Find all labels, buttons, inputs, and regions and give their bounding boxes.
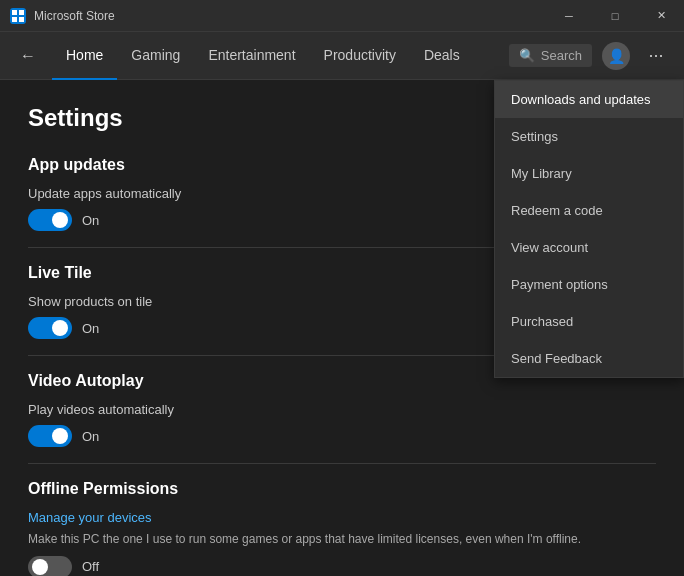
search-box[interactable]: 🔍 Search bbox=[509, 44, 592, 67]
nav-right: 🔍 Search 👤 ··· bbox=[509, 40, 672, 72]
video-autoplay-row: On bbox=[28, 425, 656, 447]
dropdown-downloads[interactable]: Downloads and updates bbox=[495, 81, 683, 118]
dropdown-settings[interactable]: Settings bbox=[495, 118, 683, 155]
svg-rect-3 bbox=[19, 17, 24, 22]
nav-deals[interactable]: Deals bbox=[410, 32, 474, 80]
offline-toggle-text: Off bbox=[82, 559, 99, 574]
maximize-button[interactable]: □ bbox=[592, 0, 638, 32]
nav-home[interactable]: Home bbox=[52, 32, 117, 80]
back-button[interactable]: ← bbox=[12, 40, 44, 72]
dropdown-menu: Downloads and updates Settings My Librar… bbox=[494, 80, 684, 378]
dropdown-view-account[interactable]: View account bbox=[495, 229, 683, 266]
dropdown-purchased[interactable]: Purchased bbox=[495, 303, 683, 340]
search-label: Search bbox=[541, 48, 582, 63]
nav-productivity[interactable]: Productivity bbox=[310, 32, 410, 80]
auto-update-toggle-text: On bbox=[82, 213, 99, 228]
offline-row: Off bbox=[28, 556, 656, 576]
app-icon bbox=[10, 8, 26, 24]
svg-rect-0 bbox=[12, 10, 17, 15]
svg-rect-1 bbox=[19, 10, 24, 15]
offline-permissions-section: Offline Permissions Manage your devices … bbox=[28, 480, 656, 576]
dropdown-my-library[interactable]: My Library bbox=[495, 155, 683, 192]
dropdown-payment[interactable]: Payment options bbox=[495, 266, 683, 303]
video-autoplay-section: Video Autoplay Play videos automatically… bbox=[28, 372, 656, 447]
title-bar: Microsoft Store ─ □ ✕ bbox=[0, 0, 684, 32]
app-title: Microsoft Store bbox=[34, 9, 115, 23]
live-tile-toggle-text: On bbox=[82, 321, 99, 336]
main-content: Settings App updates Update apps automat… bbox=[0, 80, 684, 576]
title-bar-controls: ─ □ ✕ bbox=[546, 0, 684, 32]
nav-links: Home Gaming Entertainment Productivity D… bbox=[52, 32, 509, 80]
video-autoplay-label: Play videos automatically bbox=[28, 402, 656, 417]
offline-toggle[interactable] bbox=[28, 556, 72, 576]
auto-update-toggle[interactable] bbox=[28, 209, 72, 231]
svg-rect-2 bbox=[12, 17, 17, 22]
nav-bar: ← Home Gaming Entertainment Productivity… bbox=[0, 32, 684, 80]
minimize-button[interactable]: ─ bbox=[546, 0, 592, 32]
video-autoplay-toggle-text: On bbox=[82, 429, 99, 444]
more-button[interactable]: ··· bbox=[640, 40, 672, 72]
dropdown-redeem[interactable]: Redeem a code bbox=[495, 192, 683, 229]
nav-gaming[interactable]: Gaming bbox=[117, 32, 194, 80]
close-button[interactable]: ✕ bbox=[638, 0, 684, 32]
offline-description: Make this PC the one I use to run some g… bbox=[28, 531, 656, 548]
dropdown-feedback[interactable]: Send Feedback bbox=[495, 340, 683, 377]
nav-entertainment[interactable]: Entertainment bbox=[194, 32, 309, 80]
offline-permissions-title: Offline Permissions bbox=[28, 480, 656, 498]
avatar[interactable]: 👤 bbox=[602, 42, 630, 70]
search-icon: 🔍 bbox=[519, 48, 535, 63]
title-bar-left: Microsoft Store bbox=[10, 8, 115, 24]
live-tile-toggle[interactable] bbox=[28, 317, 72, 339]
manage-devices-link[interactable]: Manage your devices bbox=[28, 510, 656, 525]
divider-3 bbox=[28, 463, 656, 464]
video-autoplay-toggle[interactable] bbox=[28, 425, 72, 447]
